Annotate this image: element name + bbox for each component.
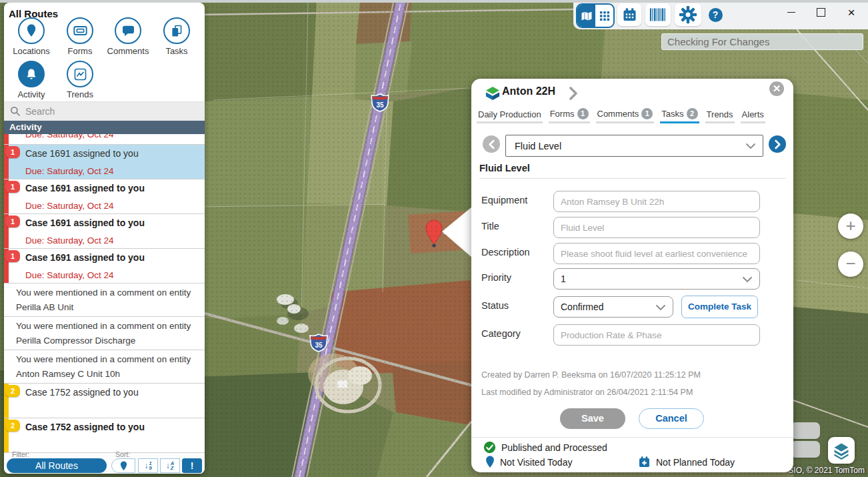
sidebar-item-tasks[interactable]: Tasks [153, 17, 201, 56]
search-icon [8, 105, 24, 117]
zoom-in-button[interactable]: + [838, 213, 863, 239]
category-input[interactable] [554, 325, 759, 345]
search-bar[interactable] [4, 101, 205, 121]
sort-label: Sort: [115, 450, 130, 458]
activity-list[interactable]: Due: Saturday, Oct 24 1 Case 1691 assign… [4, 134, 205, 453]
sidebar-item-forms[interactable]: Forms [56, 17, 104, 56]
next-task-button[interactable] [769, 135, 786, 153]
complete-task-button[interactable]: Complete Task [681, 296, 758, 318]
maximize-button[interactable] [809, 0, 832, 24]
equipment-field[interactable] [553, 191, 760, 212]
chevron-right-icon[interactable] [569, 87, 578, 100]
published-status: Published and Processed [483, 441, 607, 454]
category-field[interactable] [553, 324, 760, 346]
list-item[interactable]: You were mentioned in a comment on entit… [4, 350, 205, 384]
planned-status: Not Planned Today [638, 456, 735, 468]
route-filter-button[interactable]: All Routes [7, 458, 107, 473]
chevron-down-icon [742, 276, 753, 283]
barcode-icon [649, 7, 667, 23]
grid-icon [599, 11, 610, 21]
question-mark-icon: ? [709, 8, 723, 22]
list-item-selected[interactable]: 1 Case 1691 assigned to you Due: Saturda… [4, 145, 205, 179]
sort-priority-button[interactable]: ! [182, 458, 202, 473]
tab-comments[interactable]: Comments1 [596, 107, 655, 125]
bell-icon [25, 68, 37, 81]
case-count-badge: 1 [5, 146, 20, 158]
calendar-plus-icon [638, 456, 651, 468]
tab-daily-production[interactable]: Daily Production [477, 108, 543, 125]
list-item[interactable]: Due: Saturday, Oct 24 [4, 134, 205, 145]
sidebar-item-locations[interactable]: Locations [7, 17, 55, 56]
priority-dropdown[interactable]: 1 [553, 268, 760, 290]
tab-alerts[interactable]: Alerts [741, 108, 765, 125]
description-label: Description [481, 247, 530, 258]
sort-numeric-button[interactable]: ↓19 [138, 458, 158, 473]
line-chart-icon [74, 68, 87, 81]
list-item[interactable]: You were mentioned in a comment on entit… [4, 317, 205, 350]
blue-map-pin-icon [485, 456, 495, 468]
status-label: Status [481, 300, 509, 311]
sidebar-item-trends[interactable]: Trends [56, 61, 104, 99]
severity-stripe [4, 134, 9, 144]
save-button[interactable]: Save [560, 408, 625, 429]
map-control-button[interactable] [791, 441, 820, 458]
ticket-icon [73, 25, 87, 36]
list-item[interactable]: 1 Case 1691 assigned to you Due: Saturda… [4, 214, 205, 249]
title-field[interactable] [553, 217, 760, 238]
case-count-badge: 1 [5, 215, 20, 227]
task-selector-dropdown[interactable]: Fluid Level [505, 135, 763, 157]
sidebar-item-comments[interactable]: Comments [104, 17, 152, 56]
popup-callout-tail [440, 205, 472, 259]
title-input[interactable] [554, 217, 759, 237]
cancel-button[interactable]: Cancel [639, 408, 704, 429]
layers-icon [832, 441, 851, 460]
list-item[interactable]: You were mentioned in a comment on entit… [4, 284, 205, 317]
barcode-button[interactable] [645, 3, 671, 26]
list-item[interactable]: 1 Case 1691 assigned to you Due: Saturda… [4, 249, 205, 284]
maximize-icon [817, 8, 825, 17]
divider [471, 437, 793, 438]
sort-numeric-icon: ↓19 [144, 461, 151, 470]
entity-tabs: Daily Production Forms1 Comments1 Tasks2… [477, 107, 765, 125]
list-item[interactable]: 1 Case 1691 assigned to you Due: Saturda… [4, 179, 205, 214]
previous-task-button[interactable] [483, 135, 500, 153]
description-input[interactable] [554, 244, 759, 264]
close-window-button[interactable]: × [840, 0, 863, 24]
description-field[interactable] [553, 243, 760, 264]
tab-trends[interactable]: Trends [705, 108, 735, 125]
sort-by-location-button[interactable] [111, 458, 135, 473]
list-item[interactable]: 2 Case 1752 assigned to you [4, 418, 205, 453]
close-popup-button[interactable]: ✕ [769, 81, 784, 96]
view-toggle[interactable] [576, 3, 615, 28]
map-layers-button[interactable] [828, 437, 855, 464]
list-item[interactable]: 2 Case 1752 assigned to you [4, 384, 205, 418]
minimize-button[interactable] [780, 0, 803, 24]
entity-icon [485, 86, 500, 101]
speech-bubble-icon [122, 25, 135, 37]
category-label: Category [481, 328, 521, 339]
tab-badge: 1 [641, 108, 653, 119]
sort-alpha-icon: ↓AZ [166, 461, 174, 470]
map-control-button[interactable] [791, 422, 820, 439]
settings-button[interactable] [675, 3, 701, 26]
map-attribution: SIO, © 2021 TomTom [788, 466, 865, 475]
equipment-input[interactable] [554, 191, 759, 211]
help-button[interactable]: ? [705, 3, 725, 26]
sort-alpha-button[interactable]: ↓AZ [160, 458, 180, 473]
green-check-icon [483, 441, 496, 454]
sidebar-item-activity[interactable]: Activity [7, 61, 55, 99]
tab-forms[interactable]: Forms1 [549, 107, 590, 125]
map-view-button[interactable] [577, 5, 595, 27]
task-section-title: Fluid Level [479, 163, 530, 173]
status-dropdown[interactable]: Confirmed [553, 296, 673, 318]
grid-view-button[interactable] [595, 5, 613, 27]
calendar-button[interactable] [617, 3, 641, 26]
tab-tasks[interactable]: Tasks2 [660, 107, 699, 125]
app-window: 35 35 An + − SIO, © 2021 TomTom [0, 0, 868, 477]
search-input[interactable] [24, 105, 193, 117]
zoom-out-button[interactable]: − [838, 252, 863, 277]
filter-sort-bar: Filter: All Routes Sort: ↓19 ↓AZ ! [4, 453, 205, 474]
case-count-badge: 1 [5, 250, 20, 262]
calendar-icon [622, 7, 637, 23]
priority-label: Priority [481, 272, 511, 283]
